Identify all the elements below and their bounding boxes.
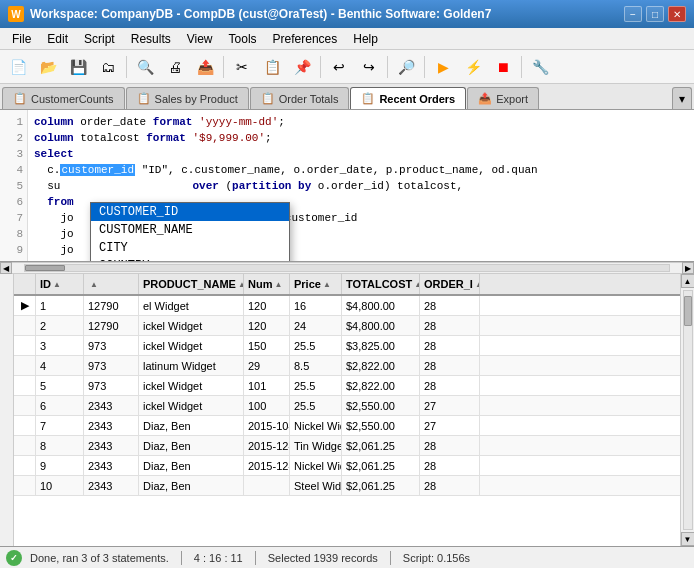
vscroll-track[interactable] (683, 290, 693, 530)
vscroll-down-btn[interactable]: ▼ (681, 532, 695, 546)
autocomplete-item-city[interactable]: CITY (91, 239, 289, 257)
cell-orderid-3: 28 (420, 336, 480, 355)
cell-total-8: $2,061.25 (342, 436, 420, 455)
cell-num-5: 101 (244, 376, 290, 395)
cell-price-1: 16 (290, 296, 342, 315)
stop-button[interactable]: ⏹ (489, 54, 517, 80)
undo-button[interactable]: ↩ (325, 54, 353, 80)
menu-file[interactable]: File (4, 30, 39, 48)
menu-script[interactable]: Script (76, 30, 123, 48)
col-header-product[interactable]: PRODUCT_NAME ▲ (139, 274, 244, 294)
cell-id-8: 8 (36, 436, 84, 455)
tab-salesbyproduct[interactable]: 📋 Sales by Product (126, 87, 249, 109)
run-button[interactable]: ▶ (429, 54, 457, 80)
close-button[interactable]: ✕ (668, 6, 686, 22)
window-controls: − □ ✕ (624, 6, 686, 22)
col-header-num[interactable]: Num ▲ (244, 274, 290, 294)
table-row[interactable]: 3 973 ickel Widget 150 25.5 $3,825.00 28 (14, 336, 680, 356)
hscroll-thumb[interactable] (25, 265, 65, 271)
menu-view[interactable]: View (179, 30, 221, 48)
autocomplete-item-country[interactable]: COUNTRY (91, 257, 289, 262)
cell-orderid-4: 28 (420, 356, 480, 375)
find-button[interactable]: 🔎 (392, 54, 420, 80)
hscroll-track[interactable] (24, 264, 670, 272)
table-row[interactable]: 10 2343 Diaz, Ben Steel Widget $2,061.25… (14, 476, 680, 496)
col-header-id[interactable]: ID ▲ (36, 274, 84, 294)
hscroll-right-btn[interactable]: ▶ (682, 262, 694, 274)
table-row[interactable]: 6 2343 ickel Widget 100 25.5 $2,550.00 2… (14, 396, 680, 416)
cut-button[interactable]: ✂ (228, 54, 256, 80)
autocomplete-item-customer-id[interactable]: CUSTOMER_ID (91, 203, 289, 221)
vscroll[interactable]: ▲ ▼ (680, 274, 694, 546)
autocomplete-item-customer-name[interactable]: CUSTOMER_NAME (91, 221, 289, 239)
cell-price-6: 25.5 (290, 396, 342, 415)
copy-button[interactable]: 📋 (258, 54, 286, 80)
table-row[interactable]: 8 2343 Diaz, Ben 2015-12-07 Tin Widget $… (14, 436, 680, 456)
cell-date-10 (244, 476, 290, 495)
row-arrow-8 (14, 436, 36, 455)
cell-c2-3: 973 (84, 336, 139, 355)
tools-button[interactable]: 🔧 (526, 54, 554, 80)
editor-area[interactable]: 1 2 3 4 5 6 7 8 9 column order_date form… (0, 110, 694, 262)
status-bar: ✓ Done, ran 3 of 3 statements. 4 : 16 : … (0, 546, 694, 568)
cell-price-2: 24 (290, 316, 342, 335)
row-arrow-10 (14, 476, 36, 495)
table-row[interactable]: 4 973 latinum Widget 29 8.5 $2,822.00 28 (14, 356, 680, 376)
hscroll-left-btn[interactable]: ◀ (0, 262, 12, 274)
cell-orderid-7: 27 (420, 416, 480, 435)
tab-customercounts-icon: 📋 (13, 92, 27, 105)
tab-recentorders[interactable]: 📋 Recent Orders (350, 87, 466, 109)
editor-hscroll[interactable]: ◀ ▶ (0, 262, 694, 274)
table-row[interactable]: 7 2343 Diaz, Ben 2015-10-06 Nickel Widge… (14, 416, 680, 436)
minimize-button[interactable]: − (624, 6, 642, 22)
line-num-7: 7 (0, 210, 27, 226)
run2-button[interactable]: ⚡ (459, 54, 487, 80)
line-num-1: 1 (0, 114, 27, 130)
status-sep-1 (181, 551, 182, 565)
table-row[interactable]: 2 12790 ickel Widget 120 24 $4,800.00 28 (14, 316, 680, 336)
open-button[interactable]: 📂 (34, 54, 62, 80)
maximize-button[interactable]: □ (646, 6, 664, 22)
line-num-2: 2 (0, 130, 27, 146)
tab-ordertotals-label: Order Totals (279, 93, 339, 105)
table-row[interactable]: 9 2343 Diaz, Ben 2015-12-07 Nickel Widge… (14, 456, 680, 476)
tabs-chevron[interactable]: ▾ (672, 87, 692, 109)
paste-button[interactable]: 📌 (288, 54, 316, 80)
tab-recentorders-icon: 📋 (361, 92, 375, 105)
autocomplete-dropdown[interactable]: CUSTOMER_ID CUSTOMER_NAME CITY COUNTRY C… (90, 202, 290, 262)
menu-edit[interactable]: Edit (39, 30, 76, 48)
table-row[interactable]: ▶ 1 12790 el Widget 120 16 $4,800.00 28 (14, 296, 680, 316)
grid-content: ID ▲ ▲ PRODUCT_NAME ▲ Num ▲ Price ▲ TOTA… (14, 274, 680, 546)
tab-salesbyproduct-icon: 📋 (137, 92, 151, 105)
vscroll-up-btn[interactable]: ▲ (681, 274, 695, 288)
save-button[interactable]: 💾 (64, 54, 92, 80)
menu-tools[interactable]: Tools (221, 30, 265, 48)
tab-customercounts-label: CustomerCounts (31, 93, 114, 105)
cell-product-2: ickel Widget (139, 316, 244, 335)
vscroll-thumb[interactable] (684, 296, 692, 326)
tab-export[interactable]: 📤 Export (467, 87, 539, 109)
cell-product-8: Tin Widget (290, 436, 342, 455)
line-num-6: 6 (0, 194, 27, 210)
redo-button[interactable]: ↪ (355, 54, 383, 80)
col-header-c2[interactable]: ▲ (84, 274, 139, 294)
cell-orderid-10: 28 (420, 476, 480, 495)
save-all-button[interactable]: 🗂 (94, 54, 122, 80)
print-button[interactable]: 🖨 (161, 54, 189, 80)
cell-orderid-2: 28 (420, 316, 480, 335)
cell-price-4: 8.5 (290, 356, 342, 375)
menu-results[interactable]: Results (123, 30, 179, 48)
menu-preferences[interactable]: Preferences (265, 30, 346, 48)
search-button[interactable]: 🔍 (131, 54, 159, 80)
tab-ordertotals[interactable]: 📋 Order Totals (250, 87, 350, 109)
col-header-totalcost[interactable]: TOTALCOST ▲ (342, 274, 420, 294)
col-header-orderid[interactable]: ORDER_I ▲ (420, 274, 480, 294)
menu-help[interactable]: Help (345, 30, 386, 48)
table-row[interactable]: 5 973 ickel Widget 101 25.5 $2,822.00 28 (14, 376, 680, 396)
new-button[interactable]: 📄 (4, 54, 32, 80)
col-header-price[interactable]: Price ▲ (290, 274, 342, 294)
title-bar: W Workspace: CompanyDB - CompDB (cust@Or… (0, 0, 694, 28)
tab-customercounts[interactable]: 📋 CustomerCounts (2, 87, 125, 109)
export-button[interactable]: 📤 (191, 54, 219, 80)
cell-id-1: 1 (36, 296, 84, 315)
